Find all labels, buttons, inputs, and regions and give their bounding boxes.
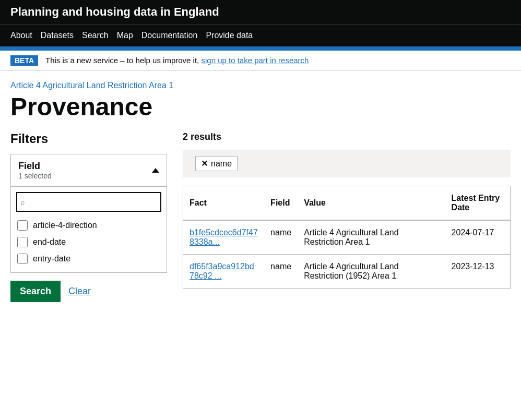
content-layout: Filters Field 1 selected ⌕ article-4-dir [10,131,511,302]
fact-link[interactable]: df65f3a9ca912bd78c92 ... [190,262,254,280]
beta-tag: BETA [10,55,38,66]
active-filters-bar: ✕name [183,150,511,177]
nav-list: AboutDatasetsSearchMapDocumentationProvi… [10,25,511,46]
nav-item-datasets: Datasets [41,25,82,46]
nav-item-provide data: Provide data [206,25,261,46]
checkbox-label: end-date [33,237,66,247]
beta-text: This is a new service – to help us impro… [45,56,199,65]
checkbox-label: article-4-direction [33,221,97,230]
cell-fact: df65f3a9ca912bd78c92 ... [183,255,265,289]
nav-item-search: Search [82,25,117,46]
field-filter-box: Field 1 selected ⌕ article-4-directionen… [10,154,167,273]
cell-field: name [264,255,298,289]
col-header: Latest Entry Date [445,186,511,221]
checkbox-item: entry-date [16,250,161,267]
blue-stripe [0,46,521,51]
table-header-row: FactFieldValueLatest Entry Date [183,186,511,221]
filters-panel: Filters Field 1 selected ⌕ article-4-dir [10,131,167,302]
filter-tag[interactable]: ✕name [195,156,238,171]
nav-link-map[interactable]: Map [117,25,141,46]
results-table: FactFieldValueLatest Entry Date b1fe5cdc… [183,186,511,289]
filter-tag-label: name [211,159,232,169]
table-body: b1fe5cdcec6d7f478338a...nameArticle 4 Ag… [183,220,511,289]
checkbox-list: article-4-directionend-dateentry-date [16,217,161,267]
checkbox-item: end-date [16,234,161,250]
search-icon: ⌕ [20,198,25,206]
nav-link-about[interactable]: About [10,25,41,46]
cell-value: Article 4 Agricultural Land Restriction … [298,220,445,255]
results-area: 2 results ✕name FactFieldValueLatest Ent… [183,131,511,289]
checkbox-end-date[interactable] [17,237,28,247]
checkbox-item: article-4-direction [16,217,161,234]
table-head: FactFieldValueLatest Entry Date [183,186,511,221]
remove-filter-icon[interactable]: ✕ [201,159,208,169]
field-search-wrap: ⌕ [16,192,161,212]
field-filter-label: Field [18,161,52,172]
table-row: b1fe5cdcec6d7f478338a...nameArticle 4 Ag… [183,220,511,255]
clear-button[interactable]: Clear [68,286,91,297]
col-header: Field [264,186,298,221]
cell-value: Article 4 Agricultural Land Restriction … [298,255,445,289]
beta-banner: BETA This is a new service – to help us … [0,51,521,70]
cell-date: 2023-12-13 [445,255,511,289]
results-count: 2 results [183,131,511,142]
site-header: Planning and housing data in England [0,0,521,24]
field-selected-count: 1 selected [18,172,52,180]
filter-actions: Search Clear [10,281,167,302]
field-filter-toggle[interactable]: Field 1 selected [11,154,167,186]
checkbox-entry-date[interactable] [17,254,28,264]
fact-link[interactable]: b1fe5cdcec6d7f478338a... [190,228,258,246]
filters-heading: Filters [10,131,167,146]
nav-link-documentation[interactable]: Documentation [141,25,206,46]
col-header: Value [298,186,445,221]
breadcrumb[interactable]: Article 4 Agricultural Land Restriction … [10,81,173,90]
nav-item-map: Map [117,25,141,46]
field-filter-body: ⌕ article-4-directionend-dateentry-date [11,186,167,272]
nav-link-datasets[interactable]: Datasets [41,25,82,46]
nav-link-provide data[interactable]: Provide data [206,25,261,46]
table-row: df65f3a9ca912bd78c92 ...nameArticle 4 Ag… [183,255,511,289]
cell-date: 2024-07-17 [445,220,511,255]
field-search-input[interactable] [16,192,161,212]
cell-field: name [264,220,298,255]
page-title: Provenance [10,92,511,121]
beta-link[interactable]: sign up to take part in research [201,56,309,65]
main-nav: AboutDatasetsSearchMapDocumentationProvi… [0,24,521,46]
nav-item-about: About [10,25,41,46]
chevron-up-icon [152,168,159,173]
main-content: Article 4 Agricultural Land Restriction … [0,70,521,323]
cell-fact: b1fe5cdcec6d7f478338a... [183,220,265,255]
checkbox-article-4-direction[interactable] [17,220,28,231]
search-button[interactable]: Search [10,281,61,302]
site-title[interactable]: Planning and housing data in England [10,5,219,18]
nav-link-search[interactable]: Search [82,25,117,46]
nav-item-documentation: Documentation [141,25,206,46]
col-header: Fact [183,186,265,221]
checkbox-label: entry-date [33,254,70,263]
